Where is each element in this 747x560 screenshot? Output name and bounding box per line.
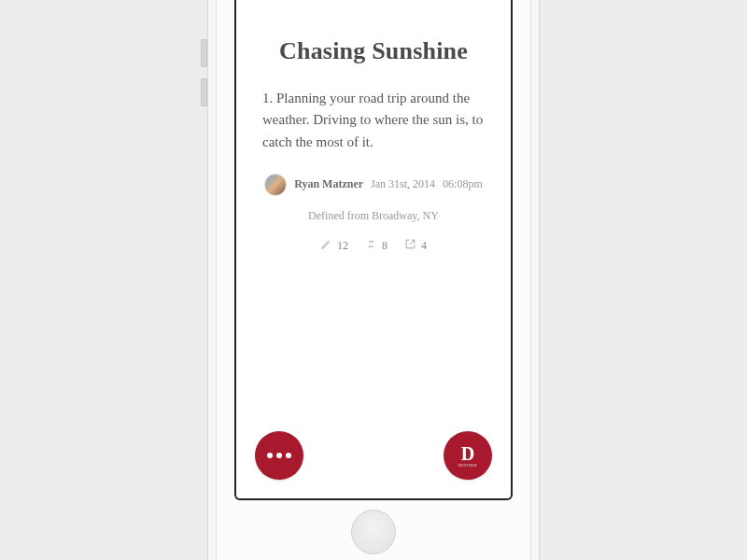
stat-reposts-count: 8 <box>382 239 388 253</box>
post-title: Chasing Sunshine <box>262 37 485 65</box>
more-button[interactable] <box>255 431 303 480</box>
post-time: 06:08pm <box>443 177 483 191</box>
app-logo-icon: D DEFINER <box>458 444 477 468</box>
pencil-icon <box>320 238 332 254</box>
post-meta: Ryan Matzner Jan 31st, 2014 06:08pm Defi… <box>262 174 485 254</box>
app-screen: Chasing Sunshine 1. Planning your road t… <box>234 0 513 500</box>
post-date: Jan 31st, 2014 <box>371 177 435 191</box>
phone-volume-down <box>201 78 207 106</box>
stat-shares-count: 4 <box>421 239 427 253</box>
share-icon <box>404 238 416 254</box>
phone-volume-up <box>201 39 207 67</box>
stat-edits[interactable]: 12 <box>320 238 348 254</box>
logo-sub: DEFINER <box>458 464 477 468</box>
post-body: 1. Planning your road trip around the we… <box>262 88 485 153</box>
phone-frame: Chasing Sunshine 1. Planning your road t… <box>207 0 540 560</box>
stat-shares[interactable]: 4 <box>404 238 427 254</box>
post-content: Chasing Sunshine 1. Planning your road t… <box>236 0 511 254</box>
author-name[interactable]: Ryan Matzner <box>294 177 363 191</box>
repost-icon <box>365 238 377 254</box>
avatar[interactable] <box>264 174 287 196</box>
post-location: Defined from Broadway, NY <box>262 209 485 223</box>
stat-reposts[interactable]: 8 <box>365 238 388 254</box>
home-button[interactable] <box>351 510 396 554</box>
stat-edits-count: 12 <box>337 239 348 253</box>
post-stats: 12 8 4 <box>262 238 485 254</box>
app-logo-button[interactable]: D DEFINER <box>444 431 492 480</box>
logo-letter: D <box>461 443 474 464</box>
phone-bezel: Chasing Sunshine 1. Planning your road t… <box>216 0 531 560</box>
author-line[interactable]: Ryan Matzner Jan 31st, 2014 06:08pm <box>262 174 485 196</box>
ellipsis-icon <box>267 453 291 458</box>
